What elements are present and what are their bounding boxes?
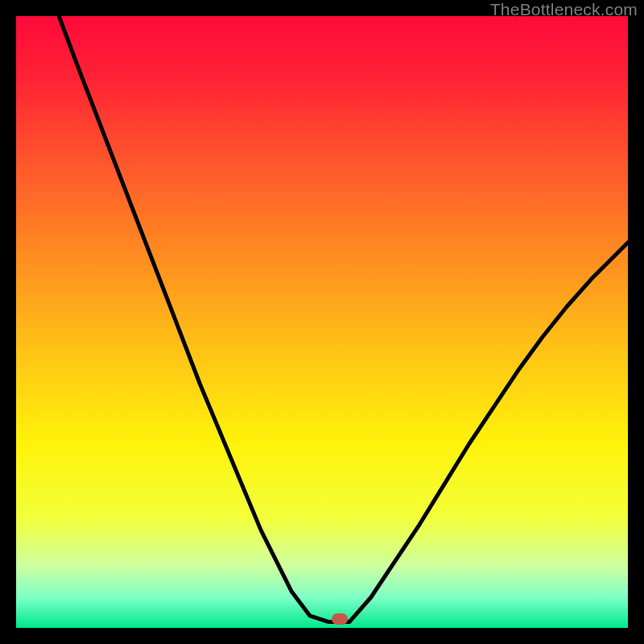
watermark-text: TheBottleneck.com — [490, 0, 638, 19]
chart-frame: TheBottleneck.com — [0, 0, 644, 644]
minimum-marker — [332, 613, 348, 625]
bottleneck-curve — [16, 16, 628, 628]
chart-plot-area — [16, 16, 628, 628]
